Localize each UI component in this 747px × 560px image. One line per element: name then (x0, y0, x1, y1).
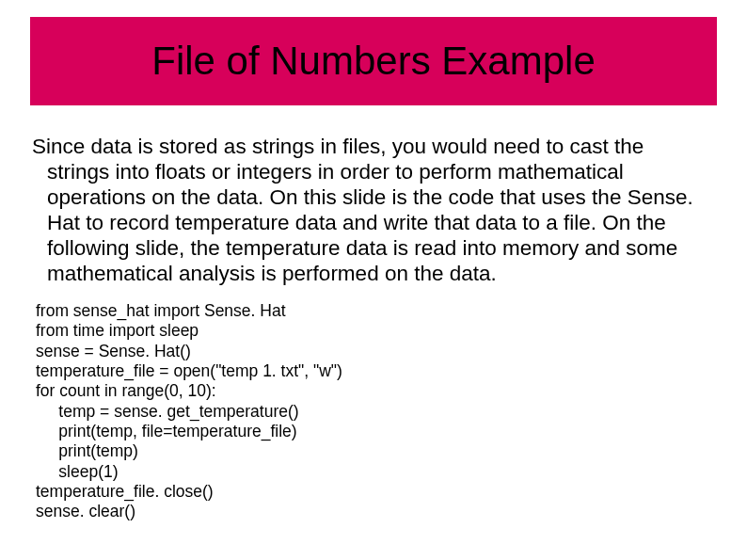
title-bar: File of Numbers Example (30, 17, 717, 105)
slide-title: File of Numbers Example (151, 40, 596, 83)
slide: File of Numbers Example Since data is st… (0, 0, 747, 560)
code-block: from sense_hat import Sense. Hat from ti… (36, 301, 709, 522)
body-paragraph: Since data is stored as strings in files… (32, 134, 711, 286)
body-paragraph-text: Since data is stored as strings in files… (32, 134, 711, 286)
